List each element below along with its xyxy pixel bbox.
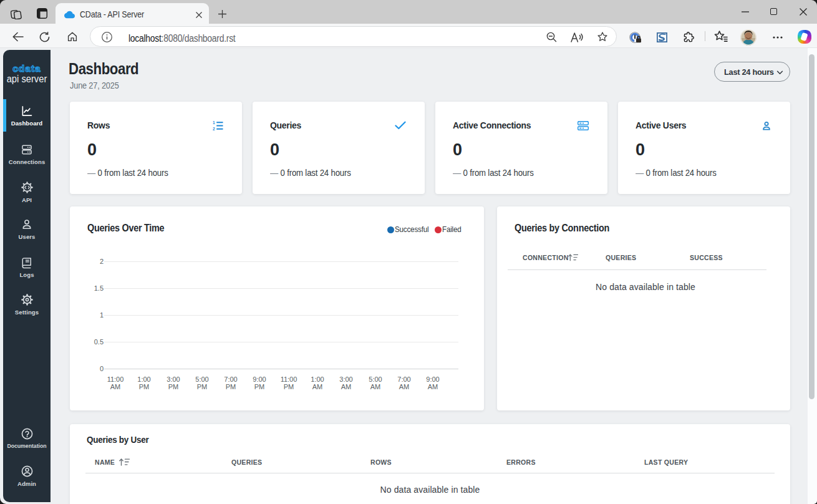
svg-text:1: 1: [213, 121, 215, 125]
svg-text:2: 2: [213, 127, 215, 130]
